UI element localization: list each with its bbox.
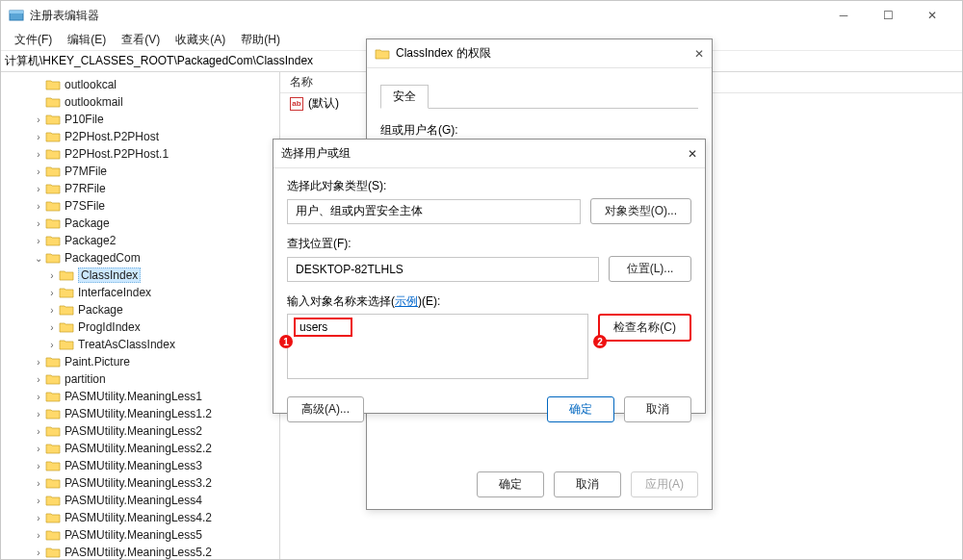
tree-expand-arrow[interactable]: › [32, 201, 45, 212]
tree-item-label: outlookcal [65, 78, 117, 91]
object-types-button[interactable]: 对象类型(O)... [590, 198, 691, 224]
tree-item-label: ClassIndex [78, 267, 141, 283]
tree-item[interactable]: ›P7RFile [5, 180, 279, 197]
tree-item[interactable]: ›P10File [5, 111, 279, 128]
select-close-button[interactable]: ✕ [688, 147, 697, 161]
tree-item[interactable]: ›PASMUtility.MeaningLess4.2 [5, 509, 279, 526]
window-title: 注册表编辑器 [30, 8, 821, 24]
menu-favorites[interactable]: 收藏夹(A) [168, 30, 233, 50]
tree-item[interactable]: ›P2PHost.P2PHost [5, 128, 279, 145]
folder-icon [45, 216, 61, 230]
tree-expand-arrow[interactable]: › [32, 461, 45, 471]
tree-expand-arrow[interactable]: › [32, 166, 45, 177]
menu-view[interactable]: 查看(V) [114, 30, 168, 50]
tree-expand-arrow[interactable]: › [32, 513, 45, 523]
tree-expand-arrow[interactable]: › [32, 426, 45, 437]
folder-icon [45, 234, 61, 247]
tree-item[interactable]: ⌄PackagedCom [5, 249, 279, 267]
tree-expand-arrow[interactable]: › [45, 270, 59, 281]
tree-expand-arrow[interactable]: › [32, 374, 45, 385]
entered-name-highlight: users [294, 318, 352, 337]
tree-item[interactable]: ›PASMUtility.MeaningLess5 [5, 526, 279, 544]
locations-button[interactable]: 位置(L)... [609, 256, 691, 282]
tree-item[interactable]: ›PASMUtility.MeaningLess2.2 [5, 440, 279, 457]
tree-expand-arrow[interactable]: › [45, 340, 59, 350]
tree-item[interactable]: ›TreatAsClassIndex [5, 336, 279, 353]
tree-item-label: P7MFile [65, 165, 107, 178]
app-icon [9, 8, 24, 23]
tree-item[interactable]: ›InterfaceIndex [5, 284, 279, 301]
tree-item[interactable]: ›P7MFile [5, 163, 279, 180]
tree-expand-arrow[interactable]: › [32, 392, 45, 402]
menu-edit[interactable]: 编辑(E) [60, 30, 114, 50]
tree-expand-arrow[interactable]: › [32, 478, 45, 489]
tree-item[interactable]: ›P7SFile [5, 197, 279, 215]
tree-item[interactable]: outlookmail [5, 93, 279, 111]
tree-item-label: PASMUtility.MeaningLess4.2 [65, 511, 212, 524]
tree-item[interactable]: ›Package [5, 301, 279, 318]
maximize-button[interactable]: ☐ [866, 1, 910, 30]
tree-item-label: P7RFile [65, 182, 106, 195]
registry-tree[interactable]: outlookcaloutlookmail›P10File›P2PHost.P2… [1, 72, 280, 559]
tab-security[interactable]: 安全 [380, 85, 429, 109]
tree-item[interactable]: ›PASMUtility.MeaningLess3.2 [5, 474, 279, 492]
tree-expand-arrow[interactable]: › [32, 184, 45, 194]
folder-icon [45, 78, 61, 91]
tree-expand-arrow[interactable]: › [45, 322, 59, 333]
tree-expand-arrow[interactable]: › [32, 115, 45, 125]
value-name: (默认) [308, 95, 339, 112]
tree-item[interactable]: ›partition [5, 370, 279, 388]
tree-expand-arrow[interactable]: › [32, 132, 45, 142]
advanced-button[interactable]: 高级(A)... [287, 396, 364, 422]
tree-item-label: P10File [65, 113, 104, 126]
tree-item[interactable]: ›PASMUtility.MeaningLess3 [5, 457, 279, 474]
perm-apply-button[interactable]: 应用(A) [631, 471, 698, 497]
tree-item[interactable]: outlookcal [5, 76, 279, 93]
tree-item[interactable]: ›PASMUtility.MeaningLess2 [5, 422, 279, 440]
tree-expand-arrow[interactable]: › [45, 288, 59, 298]
tree-expand-arrow[interactable]: › [32, 444, 45, 454]
tree-item-label: Package [78, 303, 123, 317]
tree-item[interactable]: ›ProgIdIndex [5, 318, 279, 336]
folder-icon [59, 338, 74, 351]
tree-item-label: Paint.Picture [65, 355, 130, 369]
folder-icon [45, 95, 61, 109]
select-ok-button[interactable]: 确定 [547, 396, 614, 422]
select-cancel-button[interactable]: 取消 [624, 396, 691, 422]
examples-link[interactable]: 示例 [395, 294, 418, 308]
tree-expand-arrow[interactable]: › [32, 149, 45, 160]
tree-expand-arrow[interactable]: ⌄ [32, 253, 45, 264]
tree-expand-arrow[interactable]: › [45, 305, 59, 316]
tree-expand-arrow[interactable]: › [32, 547, 45, 558]
tree-expand-arrow[interactable]: › [32, 530, 45, 541]
perm-ok-button[interactable]: 确定 [477, 471, 544, 497]
tree-item[interactable]: ›Package [5, 215, 279, 232]
folder-icon [375, 47, 390, 61]
perm-close-button[interactable]: ✕ [694, 47, 704, 61]
object-names-input[interactable]: users [287, 314, 588, 379]
tree-item[interactable]: ›ClassIndex [5, 267, 279, 284]
menu-file[interactable]: 文件(F) [7, 30, 60, 50]
tree-item[interactable]: ›P2PHost.P2PHost.1 [5, 145, 279, 163]
tree-item[interactable]: ›PASMUtility.MeaningLess1.2 [5, 405, 279, 422]
object-type-label: 选择此对象类型(S): [287, 178, 691, 194]
tree-expand-arrow[interactable]: › [32, 218, 45, 229]
check-names-button[interactable]: 检查名称(C) [598, 314, 691, 342]
folder-icon [45, 442, 61, 455]
minimize-button[interactable]: ─ [821, 1, 866, 30]
perm-cancel-button[interactable]: 取消 [554, 471, 621, 497]
tree-expand-arrow[interactable]: › [32, 236, 45, 246]
tree-expand-arrow[interactable]: › [32, 357, 45, 368]
folder-icon [45, 390, 61, 403]
tree-item-label: P2PHost.P2PHost.1 [65, 147, 169, 161]
tree-item[interactable]: ›Package2 [5, 232, 279, 249]
tree-item-label: Package [65, 216, 110, 230]
tree-item[interactable]: ›PASMUtility.MeaningLess1 [5, 388, 279, 405]
close-button[interactable]: ✕ [910, 1, 954, 30]
menu-help[interactable]: 帮助(H) [233, 30, 288, 50]
tree-item[interactable]: ›Paint.Picture [5, 353, 279, 370]
tree-expand-arrow[interactable]: › [32, 496, 45, 506]
tree-item[interactable]: ›PASMUtility.MeaningLess4 [5, 492, 279, 509]
tree-item[interactable]: ›PASMUtility.MeaningLess5.2 [5, 544, 279, 559]
tree-expand-arrow[interactable]: › [32, 409, 45, 420]
